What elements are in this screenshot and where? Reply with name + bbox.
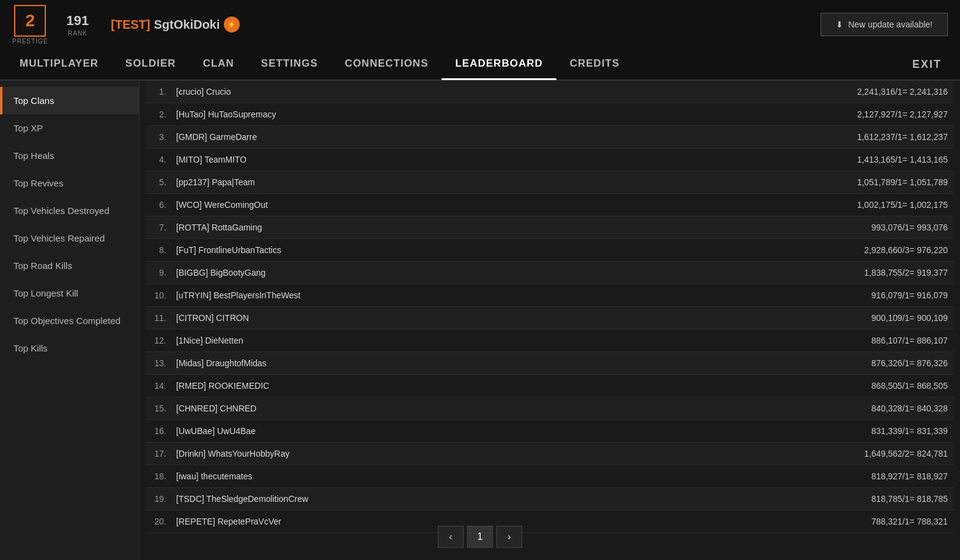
- nav-bar: MULTIPLAYER SOLDIER CLAN SETTINGS CONNEC…: [0, 49, 960, 81]
- nav-clan[interactable]: CLAN: [190, 48, 248, 80]
- top-bar: 2 PRESTIGE 191 RANK [TEST] SgtOkiDoki ⚡ …: [0, 0, 960, 49]
- sidebar-item-top-clans[interactable]: Top Clans: [0, 87, 139, 114]
- row-score: 788,321/1= 788,321: [871, 517, 948, 526]
- pagination-current[interactable]: 1: [467, 526, 493, 548]
- row-name: [uTRYIN] BestPlayersInTheWest: [176, 290, 871, 300]
- row-name: [Drinkn] WhatsYourHobbyRay: [176, 449, 864, 459]
- exit-button[interactable]: EXIT: [900, 58, 954, 71]
- sidebar-item-top-heals[interactable]: Top Heals: [0, 142, 139, 169]
- table-row: 7. [ROTTA] RottaGaming 993,076/1= 993,07…: [146, 216, 954, 239]
- row-score: 886,107/1= 886,107: [871, 336, 948, 345]
- sidebar-item-top-xp[interactable]: Top XP: [0, 114, 139, 142]
- sidebar-item-top-longest-kill[interactable]: Top Longest Kill: [0, 279, 139, 307]
- sidebar-item-top-objectives[interactable]: Top Objectives Completed: [0, 307, 139, 334]
- row-rank: 20.: [152, 517, 176, 526]
- row-score: 1,838,755/2= 919,377: [864, 268, 948, 278]
- rank-value: 191: [67, 13, 89, 29]
- row-rank: 14.: [152, 381, 176, 391]
- sidebar: Top Clans Top XP Top Heals Top Revives T…: [0, 81, 139, 560]
- nav-connections[interactable]: CONNECTIONS: [331, 48, 442, 80]
- row-rank: 9.: [152, 268, 176, 278]
- row-name: [CITRON] CITRON: [176, 313, 871, 323]
- row-name: [GMDR] GarmeDarre: [176, 132, 857, 142]
- table-row: 15. [CHNRED] CHNRED 840,328/1= 840,328: [146, 397, 954, 420]
- row-rank: 11.: [152, 313, 176, 323]
- row-rank: 19.: [152, 494, 176, 504]
- table-row: 4. [MITO] TeamMITO 1,413,165/1= 1,413,16…: [146, 149, 954, 171]
- sidebar-item-top-revives[interactable]: Top Revives: [0, 169, 139, 197]
- nav-settings[interactable]: SETTINGS: [248, 48, 331, 80]
- battlelog-icon[interactable]: ⚡: [224, 17, 240, 32]
- table-row: 3. [GMDR] GarmeDarre 1,612,237/1= 1,612,…: [146, 126, 954, 149]
- nav-soldier[interactable]: SOLDIER: [112, 48, 190, 80]
- sidebar-item-top-road-kills[interactable]: Top Road Kills: [0, 252, 139, 279]
- row-score: 2,928,660/3= 976,220: [864, 245, 948, 255]
- row-rank: 5.: [152, 177, 176, 187]
- row-rank: 16.: [152, 426, 176, 436]
- row-score: 1,051,789/1= 1,051,789: [857, 177, 948, 187]
- row-rank: 2.: [152, 109, 176, 119]
- prestige-value: 2: [25, 11, 35, 31]
- table-row: 8. [FuT] FrontlineUrbanTactics 2,928,660…: [146, 239, 954, 262]
- row-rank: 6.: [152, 200, 176, 210]
- row-score: 1,413,165/1= 1,413,165: [857, 155, 948, 164]
- row-rank: 10.: [152, 290, 176, 300]
- row-score: 818,927/1= 818,927: [871, 471, 948, 481]
- table-row: 5. [pp2137] Papa|Team 1,051,789/1= 1,051…: [146, 171, 954, 194]
- row-score: 831,339/1= 831,339: [871, 426, 948, 436]
- table-row: 6. [WCO] WereComingOut 1,002,175/1= 1,00…: [146, 194, 954, 216]
- row-rank: 18.: [152, 471, 176, 481]
- row-name: [UwUBae] UwU4Bae: [176, 426, 871, 436]
- row-rank: 8.: [152, 245, 176, 255]
- table-row: 2. [HuTao] HuTaoSupremacy 2,127,927/1= 2…: [146, 103, 954, 126]
- sidebar-item-top-vehicles-destroyed[interactable]: Top Vehicles Destroyed: [0, 197, 139, 224]
- sidebar-item-top-kills[interactable]: Top Kills: [0, 334, 139, 362]
- table-row: 20. [REPETE] RepetePraVcVer 788,321/1= 7…: [146, 510, 954, 533]
- row-score: 900,109/1= 900,109: [871, 313, 948, 323]
- row-name: [1Nice] DieNetten: [176, 336, 871, 345]
- update-button[interactable]: ⬇ New update available!: [821, 13, 948, 36]
- row-score: 1,612,237/1= 1,612,237: [857, 132, 948, 142]
- table-row: 18. [iwau] thecutemates 818,927/1= 818,9…: [146, 465, 954, 488]
- nav-leaderboard[interactable]: LEADERBOARD: [441, 48, 556, 80]
- row-name: [Midas] DraughtofMidas: [176, 358, 871, 368]
- row-rank: 7.: [152, 223, 176, 232]
- row-name: [pp2137] Papa|Team: [176, 177, 857, 187]
- nav-multiplayer[interactable]: MULTIPLAYER: [6, 48, 112, 80]
- row-score: 1,002,175/1= 1,002,175: [857, 200, 948, 210]
- player-name: SgtOkiDoki: [154, 18, 220, 32]
- row-name: [TSDC] TheSledgeDemolitionCrew: [176, 494, 871, 504]
- nav-credits[interactable]: CREDITS: [556, 48, 633, 80]
- row-score: 840,328/1= 840,328: [871, 403, 948, 413]
- table-row: 17. [Drinkn] WhatsYourHobbyRay 1,649,562…: [146, 443, 954, 465]
- row-name: [crucio] Crucio: [176, 87, 857, 97]
- row-score: 876,326/1= 876,326: [871, 358, 948, 368]
- row-name: [MITO] TeamMITO: [176, 155, 857, 164]
- row-score: 916,079/1= 916,079: [871, 290, 948, 300]
- row-rank: 12.: [152, 336, 176, 345]
- main-content: Top Clans Top XP Top Heals Top Revives T…: [0, 81, 960, 560]
- row-name: [RMED] ROOKIEMEDIC: [176, 381, 871, 391]
- rank-label: RANK: [68, 30, 87, 37]
- row-score: 818,785/1= 818,785: [871, 494, 948, 504]
- row-score: 2,241,316/1= 2,241,316: [857, 87, 948, 97]
- table-row: 14. [RMED] ROOKIEMEDIC 868,505/1= 868,50…: [146, 375, 954, 397]
- row-rank: 4.: [152, 155, 176, 164]
- prestige-box: 2: [14, 5, 46, 37]
- row-name: [HuTao] HuTaoSupremacy: [176, 109, 857, 119]
- row-rank: 13.: [152, 358, 176, 368]
- table-row: 16. [UwUBae] UwU4Bae 831,339/1= 831,339: [146, 420, 954, 443]
- row-name: [BIGBG] BigBootyGang: [176, 268, 864, 278]
- row-rank: 15.: [152, 403, 176, 413]
- table-row: 19. [TSDC] TheSledgeDemolitionCrew 818,7…: [146, 488, 954, 510]
- pagination-next[interactable]: ›: [497, 526, 522, 548]
- row-name: [CHNRED] CHNRED: [176, 403, 871, 413]
- table-row: 9. [BIGBG] BigBootyGang 1,838,755/2= 919…: [146, 262, 954, 284]
- table-row: 12. [1Nice] DieNetten 886,107/1= 886,107: [146, 330, 954, 352]
- row-score: 2,127,927/1= 2,127,927: [857, 109, 948, 119]
- table-row: 11. [CITRON] CITRON 900,109/1= 900,109: [146, 307, 954, 330]
- sidebar-item-top-vehicles-repaired[interactable]: Top Vehicles Repaired: [0, 224, 139, 252]
- pagination-prev[interactable]: ‹: [438, 526, 463, 548]
- row-rank: 17.: [152, 449, 176, 459]
- row-name: [iwau] thecutemates: [176, 471, 871, 481]
